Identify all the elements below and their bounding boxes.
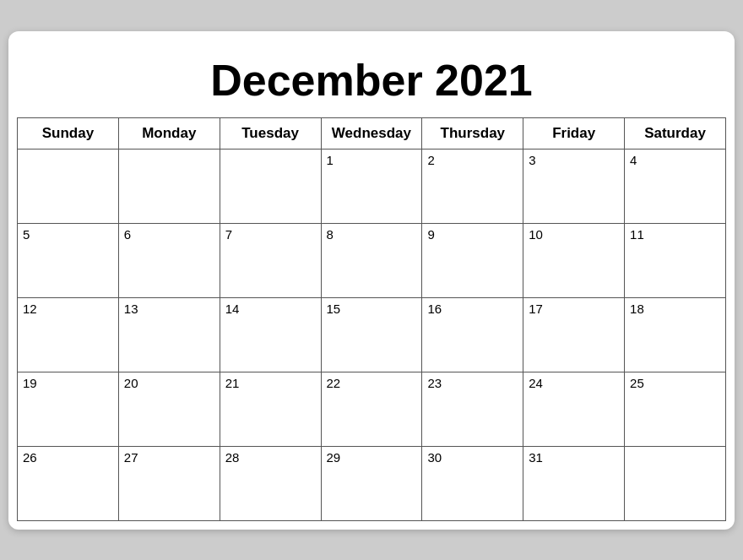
calendar-cell: 12 (18, 297, 119, 372)
day-number: 5 (23, 227, 30, 242)
calendar-cell: 4 (625, 149, 726, 223)
day-number: 23 (427, 376, 442, 390)
day-header-sunday: Sunday (18, 117, 119, 149)
day-number: 25 (630, 376, 644, 390)
day-number: 1 (327, 153, 334, 167)
calendar-cell (118, 149, 220, 223)
day-number: 31 (529, 450, 543, 465)
day-number: 29 (327, 450, 341, 465)
calendar-cell: 9 (422, 223, 523, 297)
day-number: 17 (529, 302, 543, 316)
day-number: 30 (427, 450, 442, 465)
day-number: 27 (124, 450, 138, 465)
day-header-tuesday: Tuesday (220, 117, 321, 149)
day-number: 3 (529, 153, 535, 167)
day-header-wednesday: Wednesday (321, 117, 422, 149)
day-header-friday: Friday (523, 117, 625, 149)
day-number: 4 (630, 153, 637, 167)
day-number: 15 (327, 302, 341, 316)
week-row-3: 12131415161718 (18, 297, 726, 372)
day-header-monday: Monday (118, 117, 220, 149)
calendar-cell: 14 (220, 297, 321, 372)
calendar-cell: 13 (118, 297, 220, 372)
day-number: 14 (225, 302, 240, 316)
calendar-cell: 19 (18, 372, 119, 446)
day-number: 18 (630, 302, 644, 316)
week-row-5: 262728293031 (18, 446, 726, 520)
day-number: 21 (225, 376, 240, 390)
calendar-cell: 22 (321, 372, 422, 446)
day-number: 20 (124, 376, 138, 390)
week-row-1: 1234 (18, 149, 726, 223)
day-header-thursday: Thursday (422, 117, 523, 149)
day-number: 11 (630, 227, 644, 242)
day-number: 7 (225, 227, 232, 242)
calendar-cell: 24 (523, 372, 625, 446)
calendar-cell (220, 149, 321, 223)
calendar-cell: 3 (523, 149, 625, 223)
calendar-cell (625, 446, 726, 520)
calendar-cell: 5 (18, 223, 119, 297)
day-number: 10 (529, 227, 543, 242)
calendar-cell: 11 (625, 223, 726, 297)
calendar-cell: 15 (321, 297, 422, 372)
calendar-title: December 2021 (17, 40, 726, 117)
day-number: 13 (124, 302, 138, 316)
calendar-cell: 18 (625, 297, 726, 372)
calendar-cell: 26 (18, 446, 119, 520)
day-number: 22 (327, 376, 341, 390)
calendar-cell: 17 (523, 297, 625, 372)
calendar-cell: 25 (625, 372, 726, 446)
calendar-cell: 21 (220, 372, 321, 446)
calendar-cell: 16 (422, 297, 523, 372)
day-number: 8 (327, 227, 334, 242)
week-row-2: 567891011 (18, 223, 726, 297)
day-number: 2 (427, 153, 434, 167)
calendar-cell (18, 149, 119, 223)
day-number: 16 (427, 302, 442, 316)
calendar-cell: 29 (321, 446, 422, 520)
calendar-cell: 7 (220, 223, 321, 297)
day-number: 6 (124, 227, 131, 242)
day-number: 26 (23, 450, 37, 465)
calendar-cell: 27 (118, 446, 220, 520)
day-number: 12 (23, 302, 37, 316)
calendar-cell: 30 (422, 446, 523, 520)
calendar-container: December 2021 SundayMondayTuesdayWednesd… (8, 31, 735, 530)
day-header-saturday: Saturday (625, 117, 726, 149)
calendar-cell: 10 (523, 223, 625, 297)
day-number: 28 (225, 450, 240, 465)
calendar-cell: 31 (523, 446, 625, 520)
day-number: 9 (427, 227, 434, 242)
calendar-cell: 28 (220, 446, 321, 520)
week-row-4: 19202122232425 (18, 372, 726, 446)
days-header-row: SundayMondayTuesdayWednesdayThursdayFrid… (18, 117, 726, 149)
day-number: 24 (529, 376, 543, 390)
calendar-cell: 20 (118, 372, 220, 446)
calendar-cell: 23 (422, 372, 523, 446)
calendar-cell: 1 (321, 149, 422, 223)
calendar-table: SundayMondayTuesdayWednesdayThursdayFrid… (17, 117, 726, 521)
calendar-cell: 8 (321, 223, 422, 297)
day-number: 19 (23, 376, 37, 390)
calendar-cell: 2 (422, 149, 523, 223)
calendar-cell: 6 (118, 223, 220, 297)
